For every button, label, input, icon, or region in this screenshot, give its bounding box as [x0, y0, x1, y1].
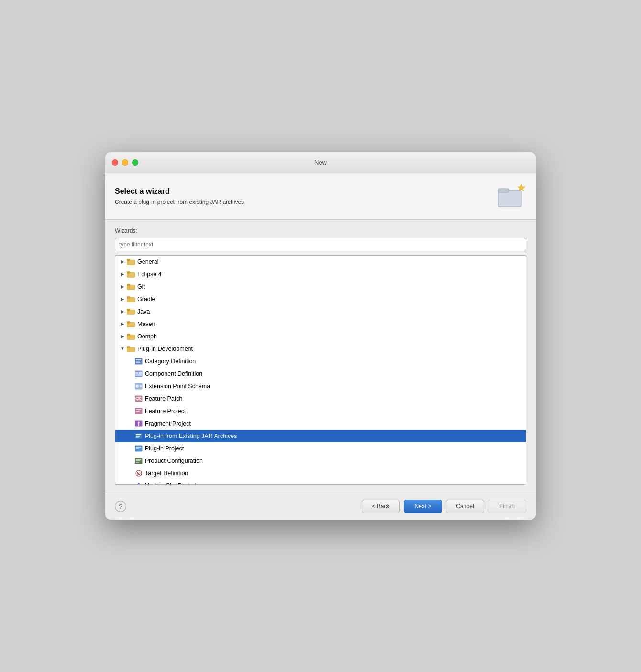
svg-rect-14: [127, 322, 130, 324]
svg-point-51: [138, 473, 139, 474]
tree-item-eclipse4-label: Eclipse 4: [137, 271, 162, 278]
footer: ? < Back Next > Cancel Finish: [105, 493, 536, 520]
tree-item-git[interactable]: ▶ Git: [115, 280, 526, 293]
feature-patch-icon: [134, 395, 143, 402]
svg-rect-18: [127, 347, 130, 348]
tree-item-update-site[interactable]: Update Site Project: [115, 480, 526, 485]
tree-item-plugin-dev-label: Plug-in Development: [137, 346, 193, 352]
svg-rect-47: [136, 460, 140, 461]
svg-rect-10: [127, 297, 130, 299]
folder-icon-oomph: [127, 333, 135, 340]
header-section: Select a wizard Create a plug-in project…: [105, 173, 536, 220]
wizards-label: Wizards:: [115, 227, 526, 234]
back-button[interactable]: < Back: [362, 500, 400, 513]
tree-item-extension-point[interactable]: Extension Point Schema: [115, 380, 526, 392]
tree-item-java[interactable]: ▶ Java: [115, 305, 526, 318]
svg-rect-31: [136, 397, 141, 398]
svg-rect-29: [140, 385, 142, 387]
window-content: Select a wizard Create a plug-in project…: [105, 173, 536, 520]
tree-item-category-def[interactable]: Category Definition: [115, 355, 526, 368]
svg-rect-26: [135, 374, 142, 376]
svg-rect-40: [136, 436, 140, 437]
tree-container[interactable]: ▶ General ▶ Eclipse 4 ▶: [115, 255, 526, 485]
folder-icon-plugin-dev: [127, 346, 135, 352]
cancel-button[interactable]: Cancel: [446, 500, 484, 513]
minimize-button[interactable]: [122, 159, 128, 166]
tree-item-general-label: General: [137, 258, 158, 265]
chevron-icon: ▶: [119, 321, 126, 327]
svg-rect-4: [127, 259, 130, 261]
tree-item-component-def[interactable]: Component Definition: [115, 368, 526, 380]
tree-item-target-def[interactable]: Target Definition: [115, 467, 526, 480]
chevron-icon: ▶: [119, 308, 126, 315]
tree-item-gradle-label: Gradle: [137, 296, 155, 302]
tree-item-oomph[interactable]: ▶ Oomph: [115, 330, 526, 343]
tree-item-product-config-label: Product Configuration: [145, 458, 203, 464]
svg-rect-0: [498, 190, 521, 207]
svg-rect-20: [136, 359, 141, 360]
svg-rect-34: [136, 409, 141, 410]
tree-item-oomph-label: Oomph: [137, 333, 157, 340]
help-button[interactable]: ?: [115, 501, 126, 512]
tree-item-feature-project-label: Feature Project: [145, 408, 186, 414]
folder-icon-maven: [127, 321, 135, 327]
svg-rect-35: [136, 411, 140, 412]
svg-rect-21: [136, 361, 140, 362]
close-button[interactable]: [112, 159, 118, 166]
tree-item-target-def-label: Target Definition: [145, 470, 188, 477]
tree-item-maven[interactable]: ▶ Maven: [115, 318, 526, 330]
tree-item-plugin-project-label: Plug-in Project: [145, 445, 184, 452]
titlebar: New: [105, 152, 536, 173]
svg-marker-52: [137, 483, 141, 485]
svg-rect-6: [127, 272, 130, 274]
svg-rect-46: [136, 459, 141, 460]
tree-item-fragment-project-label: Fragment Project: [145, 420, 191, 427]
maximize-button[interactable]: [132, 159, 138, 166]
dialog-subtitle: Create a plug-in project from existing J…: [115, 199, 244, 205]
tree-item-plugin-dev[interactable]: ▼ Plug-in Development: [115, 343, 526, 355]
svg-rect-24: [135, 372, 138, 374]
svg-rect-25: [139, 372, 142, 374]
folder-icon-eclipse4: [127, 271, 135, 278]
tree-item-extension-point-label: Extension Point Schema: [145, 383, 210, 390]
tree-item-component-def-label: Component Definition: [145, 370, 202, 377]
tree-item-plugin-project[interactable]: Plug-in Project: [115, 442, 526, 455]
tree-item-gradle[interactable]: ▶ Gradle: [115, 293, 526, 305]
chevron-expanded-icon: ▼: [119, 346, 126, 352]
extension-point-icon: [134, 383, 143, 390]
window-controls: [112, 159, 138, 166]
svg-rect-48: [136, 462, 139, 463]
filter-input[interactable]: [115, 238, 526, 251]
feature-project-icon: [134, 408, 143, 414]
svg-rect-39: [136, 434, 141, 435]
svg-rect-16: [127, 334, 130, 336]
dialog-title: Select a wizard: [115, 187, 244, 196]
update-site-icon: [134, 482, 143, 485]
tree-item-maven-label: Maven: [137, 321, 155, 327]
tree-item-plugin-jar[interactable]: Plug-in from Existing JAR Archives: [115, 430, 526, 442]
finish-button[interactable]: Finish: [488, 500, 526, 513]
header-text: Select a wizard Create a plug-in project…: [115, 187, 244, 205]
tree-item-eclipse4[interactable]: ▶ Eclipse 4: [115, 268, 526, 280]
tree-item-update-site-label: Update Site Project: [145, 482, 197, 485]
chevron-icon: ▶: [119, 333, 126, 340]
tree-item-plugin-jar-label: Plug-in from Existing JAR Archives: [145, 433, 237, 439]
tree-item-feature-project[interactable]: Feature Project: [115, 405, 526, 417]
svg-point-28: [136, 385, 139, 388]
folder-icon-gradle: [127, 296, 135, 302]
svg-rect-22: [136, 362, 140, 363]
target-def-icon: [134, 470, 143, 477]
next-button[interactable]: Next >: [404, 500, 442, 513]
tree-item-feature-patch[interactable]: Feature Patch: [115, 392, 526, 405]
tree-item-git-label: Git: [137, 283, 145, 290]
svg-rect-8: [127, 284, 130, 286]
tree-item-general[interactable]: ▶ General: [115, 256, 526, 268]
plugin-jar-icon: [134, 433, 143, 439]
folder-icon-general: [127, 258, 135, 265]
svg-rect-43: [136, 447, 141, 448]
tree-item-product-config[interactable]: Product Configuration: [115, 455, 526, 467]
tree-item-fragment-project[interactable]: Fragment Project: [115, 417, 526, 430]
tree-item-category-def-label: Category Definition: [145, 358, 196, 365]
footer-buttons: < Back Next > Cancel Finish: [362, 500, 526, 513]
chevron-icon: ▶: [119, 283, 126, 290]
